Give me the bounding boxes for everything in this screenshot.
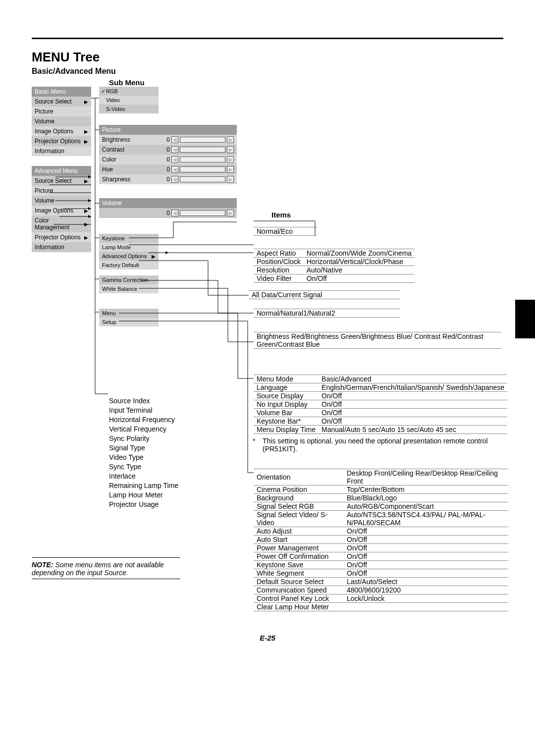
- menu-item[interactable]: Projector Options ▶: [32, 232, 91, 242]
- picture-submenu: Picture Brightness 0 ◁ ▷ Contrast 0 ◁ ▷ …: [99, 125, 237, 184]
- menu-item[interactable]: Video: [99, 96, 159, 105]
- table-row: Volume BarOn/Off: [254, 409, 507, 417]
- gamma-box: Normal/Natural1/Natural2: [254, 309, 400, 318]
- menu-item[interactable]: Advanced Options ▶: [99, 252, 159, 261]
- menu-item[interactable]: Source Select ▶: [32, 176, 91, 186]
- table-row: Clear Lamp Hour Meter: [254, 603, 508, 611]
- menu-item[interactable]: Picture: [32, 186, 91, 196]
- basic-menu-panel: Basic Menu Source Select ▶ Picture Volum…: [32, 87, 91, 156]
- right-arrow-icon[interactable]: ▷: [227, 136, 234, 143]
- menu-item[interactable]: Source Select ▶: [32, 97, 91, 107]
- image-options-submenu: Keystone Lamp Mode Advanced Options ▶ Fa…: [99, 234, 159, 270]
- table-row: ResolutionAuto/Native: [254, 266, 415, 274]
- left-arrow-icon[interactable]: ◁: [171, 136, 178, 143]
- menu-item[interactable]: Image Options ▶: [32, 126, 91, 136]
- factory-default-box: All Data/Current Signal: [249, 290, 400, 299]
- left-arrow-icon[interactable]: ◁: [171, 176, 178, 183]
- table-row: BackgroundBlue/Black/Logo: [254, 494, 508, 502]
- footnote-text: This setting is optional. you need the o…: [263, 437, 500, 453]
- source-submenu: ✓ RGB Video S-Video: [99, 87, 159, 113]
- projector-options-submenu: MenuSetup: [99, 309, 159, 326]
- menu-table: Menu ModeBasic/AdvancedLanguageEnglish/G…: [254, 375, 507, 434]
- right-arrow-icon[interactable]: ▷: [227, 156, 234, 163]
- list-item: Horizontal Frequency: [109, 415, 178, 425]
- table-row: Aspect RatioNormal/Zoom/Wide Zoom/Cinema: [254, 249, 415, 258]
- table-row: Menu ModeBasic/Advanced: [254, 375, 507, 383]
- slider-row[interactable]: Brightness 0 ◁ ▷: [99, 135, 237, 145]
- check-icon: ✓: [101, 88, 106, 95]
- menu-item[interactable]: Information: [32, 146, 91, 156]
- chevron-right-icon: ▶: [84, 139, 88, 144]
- right-arrow-icon[interactable]: ▷: [227, 166, 234, 173]
- list-item: Projector Usage: [109, 500, 178, 509]
- slider-track[interactable]: [180, 147, 225, 153]
- menu-item[interactable]: Information: [32, 242, 91, 252]
- menu-item[interactable]: Factory Default: [99, 261, 159, 270]
- list-item: Input Terminal: [109, 406, 178, 415]
- menu-item[interactable]: Gamma Correction: [99, 275, 159, 284]
- menu-item[interactable]: White Balance: [99, 284, 159, 293]
- top-rule: [32, 38, 503, 39]
- slider-track[interactable]: [180, 157, 225, 162]
- slider-row[interactable]: Sharpness 0 ◁ ▷: [99, 174, 237, 184]
- menu-item[interactable]: Menu: [99, 309, 159, 318]
- chevron-right-icon: ▶: [84, 235, 88, 240]
- slider-row[interactable]: Contrast 0 ◁ ▷: [99, 145, 237, 155]
- menu-item[interactable]: Volume: [32, 196, 91, 206]
- volume-submenu: Volume 0 ◁ ▷: [99, 198, 237, 218]
- slider-track[interactable]: [180, 137, 225, 143]
- menu-item[interactable]: Setup: [99, 318, 159, 326]
- menu-item[interactable]: Keystone: [99, 234, 159, 243]
- menu-item[interactable]: Volume: [32, 116, 91, 126]
- list-item: Vertical Frequency: [109, 425, 178, 434]
- table-row: Auto AdjustOn/Off: [254, 527, 508, 536]
- advanced-menu-panel: Advanced Menu Source Select ▶ Picture Vo…: [32, 166, 91, 252]
- page-title: MENU Tree: [32, 50, 100, 65]
- slider-value: 0: [163, 156, 170, 163]
- page-number: E-25: [0, 634, 535, 642]
- lamp-mode-box: Normal/Eco: [254, 227, 317, 236]
- note-label: NOTE:: [32, 561, 54, 569]
- menu-item[interactable]: Picture: [32, 107, 91, 116]
- slider-value: 0: [163, 166, 170, 173]
- table-row: Video FilterOn/Off: [254, 274, 415, 283]
- note-rule: [32, 579, 180, 579]
- menu-item[interactable]: Color Management ▶: [32, 216, 91, 232]
- picture-header: Picture: [99, 125, 237, 135]
- left-arrow-icon[interactable]: ◁: [171, 210, 178, 216]
- white-balance-box: Brightness Red/Brightness Green/Brightne…: [254, 332, 501, 349]
- chevron-right-icon: ▶: [152, 254, 156, 259]
- left-arrow-icon[interactable]: ◁: [171, 156, 178, 163]
- slider-value: 0: [163, 210, 170, 216]
- volume-header: Volume: [99, 198, 237, 208]
- menu-item[interactable]: Projector Options ▶: [32, 136, 91, 146]
- left-arrow-icon[interactable]: ◁: [171, 146, 178, 153]
- right-arrow-icon[interactable]: ▷: [227, 146, 234, 153]
- advanced-options-table: Aspect RatioNormal/Zoom/Wide Zoom/Cinema…: [254, 249, 415, 283]
- menu-item[interactable]: ✓ RGB: [99, 87, 159, 96]
- right-arrow-icon[interactable]: ▷: [227, 176, 234, 183]
- slider-row[interactable]: Color 0 ◁ ▷: [99, 155, 237, 164]
- table-row: Signal Select Video/ S-VideoAuto/NTSC3.5…: [254, 511, 508, 527]
- slider-value: 0: [163, 146, 170, 153]
- table-row: Menu Display TimeManual/Auto 5 sec/Auto …: [254, 426, 507, 434]
- slider-track[interactable]: [180, 210, 225, 216]
- table-row: Control Panel Key LockLock/Unlock: [254, 594, 508, 603]
- table-row: Cinema PositionTop/Center/Bottom: [254, 486, 508, 494]
- table-row: Power Off ConfirmationOn/Off: [254, 552, 508, 561]
- subtitle: Basic/Advanced Menu: [32, 67, 116, 76]
- page-tab: [515, 300, 535, 338]
- list-item: Remaining Lamp Time: [109, 481, 178, 490]
- left-arrow-icon[interactable]: ◁: [171, 166, 178, 173]
- slider-track[interactable]: [180, 176, 225, 182]
- menu-item[interactable]: Image Options ▶: [32, 206, 91, 216]
- list-item: Source Index: [109, 396, 178, 406]
- volume-slider-row[interactable]: 0 ◁ ▷: [99, 208, 237, 218]
- menu-item[interactable]: S-Video: [99, 105, 159, 113]
- right-arrow-icon[interactable]: ▷: [227, 210, 234, 216]
- menu-item[interactable]: Lamp Mode: [99, 243, 159, 252]
- table-row: OrientationDesktop Front/Ceiling Rear/De…: [254, 469, 508, 486]
- table-row: Default Source SelectLast/Auto/Select: [254, 578, 508, 586]
- slider-row[interactable]: Hue 0 ◁ ▷: [99, 164, 237, 174]
- slider-track[interactable]: [180, 166, 225, 172]
